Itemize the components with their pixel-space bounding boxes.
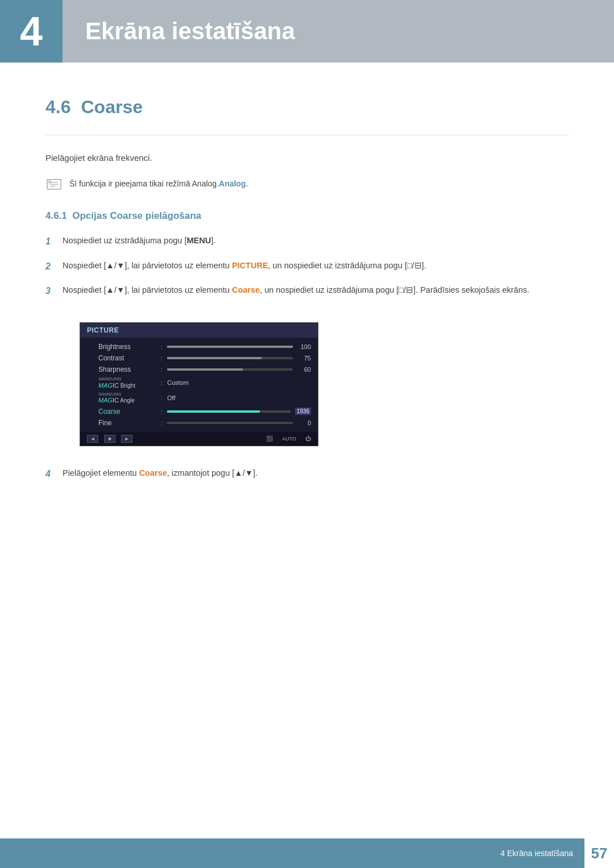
footer-text: 4 Ekrāna iestatīšana xyxy=(500,849,584,858)
section-divider xyxy=(45,135,569,135)
osd-row-contrast: Contrast : 75 xyxy=(87,352,311,364)
intro-text: Pielāgojiet ekrāna frekvenci. xyxy=(45,151,569,165)
step-1: 1 Nospiediet uz izstrādājuma pogu [MENU]… xyxy=(45,234,569,249)
osd-box: PICTURE Brightness : 100 Contrast xyxy=(80,322,318,446)
osd-row-fine: Fine : 0 xyxy=(87,417,311,429)
subsection-heading: 4.6.1 Opcijas Coarse pielāgošana xyxy=(45,210,569,222)
svg-rect-4 xyxy=(48,180,51,183)
osd-nav-btn-right: ► xyxy=(121,435,132,443)
section-title: Coarse xyxy=(81,97,143,118)
section-number: 4.6 xyxy=(45,97,70,118)
osd-title-bar: PICTURE xyxy=(80,323,318,338)
osd-row-magic-bright: SAMSUNGMAGIC Bright : Custom xyxy=(87,375,311,391)
step-4: 4 Pielāgojiet elementu Coarse, izmantojo… xyxy=(45,467,569,481)
osd-row-sharpness: Sharpness : 60 xyxy=(87,364,311,375)
osd-nav-icon-monitor: ⬛ xyxy=(266,435,273,442)
section-heading: 4.6 Coarse xyxy=(45,97,569,118)
osd-nav-icon-power: ⏻ xyxy=(305,435,311,442)
osd-row-brightness: Brightness : 100 xyxy=(87,341,311,352)
step-3: 3 Nospiediet [▲/▼], lai pārvietotos uz e… xyxy=(45,284,569,298)
osd-container: PICTURE Brightness : 100 Contrast xyxy=(80,322,318,446)
osd-nav-btn-left: ◄ xyxy=(87,435,98,443)
main-content: 4.6 Coarse Pielāgojiet ekrāna frekvenci.… xyxy=(0,63,614,540)
note-text: Šī funkcija ir pieejama tikai režīmā Ana… xyxy=(69,177,248,190)
chapter-number-box: 4 xyxy=(0,0,63,63)
osd-row-coarse: Coarse : 1936 xyxy=(87,406,311,417)
footer-page-number: 57 xyxy=(591,845,608,862)
footer-page-number-box: 57 xyxy=(584,838,614,868)
note-icon xyxy=(45,178,63,192)
header-title: Ekrāna iestatīšana xyxy=(85,18,295,45)
steps-list-4: 4 Pielāgojiet elementu Coarse, izmantojo… xyxy=(45,467,569,481)
osd-nav-bar: ◄ ■ ► ⬛ AUTO ⏻ xyxy=(80,432,318,446)
osd-nav-icon-auto: AUTO xyxy=(282,436,296,442)
chapter-number: 4 xyxy=(20,11,43,52)
header-banner: 4 Ekrāna iestatīšana xyxy=(0,0,614,63)
osd-rows: Brightness : 100 Contrast : xyxy=(80,338,318,432)
note-box: Šī funkcija ir pieejama tikai režīmā Ana… xyxy=(45,177,569,192)
step-2: 2 Nospiediet [▲/▼], lai pārvietotos uz e… xyxy=(45,259,569,274)
osd-row-magic-angle: SAMSUNGMAGIC Angle : Off xyxy=(87,391,311,406)
steps-list: 1 Nospiediet uz izstrādājuma pogu [MENU]… xyxy=(45,234,569,298)
osd-nav-btn-center: ■ xyxy=(104,435,115,443)
page-footer: 4 Ekrāna iestatīšana 57 xyxy=(0,838,614,868)
